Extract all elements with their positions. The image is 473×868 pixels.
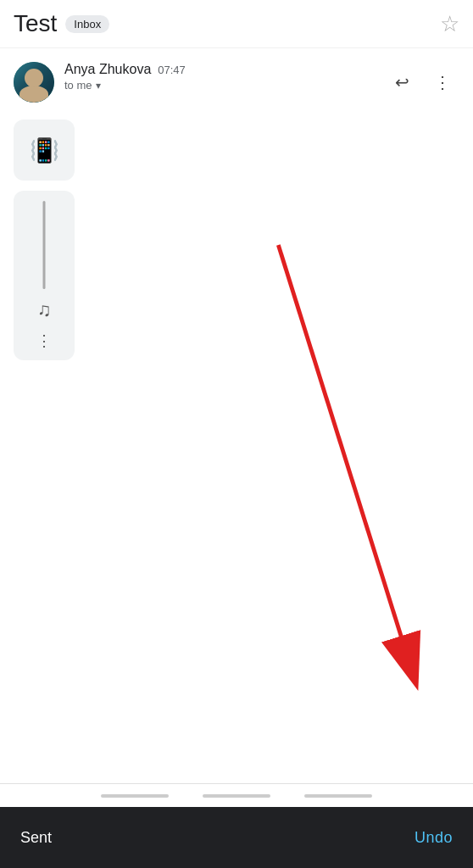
sender-actions: ↩ ⋮ — [385, 62, 459, 99]
undo-button[interactable]: Undo — [415, 829, 453, 847]
audio-waveform — [20, 201, 68, 289]
page-title: Test — [14, 10, 57, 37]
to-me-label: to me — [64, 79, 92, 92]
email-header: Test Inbox ☆ — [0, 0, 473, 48]
avatar[interactable] — [14, 62, 54, 103]
avatar-image — [14, 62, 54, 103]
audio-more-icon[interactable]: ⋮ — [36, 331, 52, 350]
sender-name-row: Anya Zhukova 07:47 — [64, 62, 375, 77]
chevron-down-icon: ▾ — [96, 80, 101, 92]
music-note-icon: ♫ — [37, 299, 52, 321]
nav-hints — [0, 783, 473, 807]
waveform-line — [43, 201, 46, 289]
email-time: 07:47 — [158, 64, 186, 76]
sender-info: Anya Zhukova 07:47 to me ▾ — [64, 62, 375, 92]
nav-pill-2 — [203, 794, 270, 798]
nav-pill-3 — [304, 794, 372, 798]
sent-label: Sent — [20, 829, 52, 847]
vibrate-icon: 📳 — [30, 136, 59, 164]
more-options-button[interactable]: ⋮ — [426, 65, 459, 99]
more-options-icon: ⋮ — [434, 72, 451, 92]
bottom-snackbar: Sent Undo — [0, 807, 473, 868]
star-icon[interactable]: ☆ — [440, 11, 459, 37]
inbox-badge[interactable]: Inbox — [65, 15, 109, 33]
to-me-row[interactable]: to me ▾ — [64, 79, 375, 92]
attachment-icon-card[interactable]: 📳 — [14, 120, 75, 181]
sender-name: Anya Zhukova — [64, 62, 151, 77]
header-left: Test Inbox — [14, 10, 109, 37]
reply-button[interactable]: ↩ — [385, 65, 419, 99]
email-content: 📳 ♫ ⋮ — [0, 113, 473, 367]
nav-pill-1 — [101, 794, 169, 798]
sender-row: Anya Zhukova 07:47 to me ▾ ↩ ⋮ — [0, 48, 473, 113]
reply-icon: ↩ — [395, 72, 409, 92]
audio-player-card[interactable]: ♫ ⋮ — [14, 191, 75, 360]
